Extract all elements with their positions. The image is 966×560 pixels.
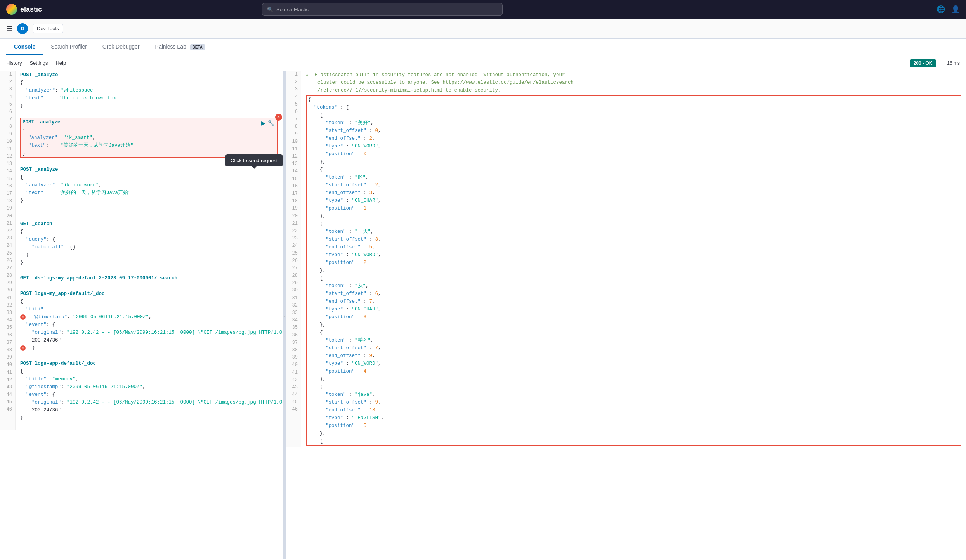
output-content[interactable]: 123 45678910 11121314151617181920 212223… bbox=[286, 71, 966, 559]
tab-grok-debugger[interactable]: Grok Debugger bbox=[95, 39, 147, 55]
main-content: Click to send request 12345 678910 11121… bbox=[0, 71, 966, 559]
code-line: "original": "192.0.2.42 - - [06/May/2099… bbox=[20, 329, 278, 336]
error-icon: ✕ bbox=[20, 345, 26, 351]
code-line: "title": "memory", bbox=[20, 375, 278, 383]
tab-console[interactable]: Console bbox=[6, 39, 43, 55]
elastic-logo-text: elastic bbox=[20, 5, 42, 14]
code-line bbox=[20, 267, 278, 274]
output-line: "type" : " ENGLISH", bbox=[308, 414, 959, 422]
code-line: POST _analyze bbox=[23, 118, 276, 126]
code-line: ✕ "@timestamp": "2099-05-06T16:21:15.000… bbox=[20, 313, 278, 321]
output-body: #! Elasticsearch built-in security featu… bbox=[301, 71, 966, 447]
output-line: { bbox=[308, 220, 959, 228]
code-line: POST logs-my_app-default/_doc bbox=[20, 290, 278, 298]
code-line: { bbox=[20, 228, 278, 236]
code-line: { bbox=[20, 368, 278, 375]
code-line: "analyzer": "whitespace", bbox=[20, 87, 278, 94]
code-line: "event": { bbox=[20, 391, 278, 399]
help-button[interactable]: Help bbox=[55, 60, 66, 66]
output-line: /reference/7.17/security-minimal-setup.h… bbox=[306, 87, 961, 94]
breadcrumb-tag[interactable]: Dev Tools bbox=[33, 24, 63, 33]
code-line: 200 24736" bbox=[20, 406, 278, 414]
output-line: { bbox=[308, 111, 959, 119]
output-line: { bbox=[308, 383, 959, 391]
global-search-bar[interactable]: 🔍 Search Elastic bbox=[262, 3, 503, 16]
output-line: "end_offset" : 3, bbox=[308, 189, 959, 197]
code-line: GET .ds-logs-my_app-default2-2023.09.17-… bbox=[20, 274, 278, 282]
output-line: "end_offset" : 5, bbox=[308, 243, 959, 251]
wrench-button[interactable]: 🔧 bbox=[268, 120, 274, 126]
output-selected-block: { "tokens" : [ { "token" : "美好", "start_… bbox=[306, 95, 961, 446]
code-line bbox=[20, 352, 278, 360]
settings-button[interactable]: Settings bbox=[29, 60, 48, 66]
code-line: { bbox=[20, 298, 278, 305]
code-line: { bbox=[23, 126, 276, 134]
code-line: "text": "The quick brown fox." bbox=[20, 94, 278, 102]
code-line: GET _search bbox=[20, 220, 278, 228]
output-line: "type" : "CN_WORD", bbox=[308, 251, 959, 259]
output-line: }, bbox=[308, 430, 959, 437]
code-line: "original": "192.0.2.42 - - [06/May/2099… bbox=[20, 399, 278, 406]
output-line: { bbox=[308, 166, 959, 173]
code-line: "event": { bbox=[20, 321, 278, 329]
header-bar: ☰ D Dev Tools bbox=[0, 19, 966, 39]
code-body[interactable]: POST _analyze { "analyzer": "whitespace"… bbox=[16, 71, 283, 430]
output-line: "token" : "学习", bbox=[308, 336, 959, 344]
send-tooltip: Click to send request bbox=[225, 154, 283, 166]
output-line: "token" : "java", bbox=[308, 391, 959, 399]
code-line: POST logs-app-default/_doc bbox=[20, 360, 278, 368]
tab-painless-lab[interactable]: Painless Lab BETA bbox=[147, 39, 213, 55]
code-line: POST _analyze bbox=[20, 71, 278, 79]
output-line: }, bbox=[308, 321, 959, 329]
toolbar: History Settings Help 200 - OK 16 ms bbox=[0, 55, 966, 71]
output-line: { bbox=[308, 274, 959, 282]
output-line: "type" : "CN_CHAR", bbox=[308, 305, 959, 313]
output-line: "end_offset" : 9, bbox=[308, 352, 959, 360]
help-globe-icon[interactable]: 🌐 bbox=[937, 5, 945, 14]
close-block-button[interactable]: ✕ bbox=[275, 114, 282, 121]
output-line: "position" : 5 bbox=[308, 422, 959, 430]
code-line: "analyzer": "ik_smart", bbox=[23, 134, 276, 142]
output-line: "start_offset" : 2, bbox=[308, 181, 959, 189]
output-line: }, bbox=[308, 158, 959, 166]
output-line: "token" : "美好", bbox=[308, 119, 959, 127]
user-menu-icon[interactable]: 👤 bbox=[951, 5, 960, 14]
code-line: "titi" bbox=[20, 305, 278, 313]
tab-search-profiler[interactable]: Search Profiler bbox=[43, 39, 95, 55]
output-line: }, bbox=[308, 375, 959, 383]
output-line: "position" : 2 bbox=[308, 259, 959, 267]
code-line: } bbox=[20, 259, 278, 267]
editor-pane: Click to send request 12345 678910 11121… bbox=[0, 71, 283, 559]
output-line-numbers: 123 45678910 11121314151617181920 212223… bbox=[286, 71, 301, 447]
output-line: "token" : "从", bbox=[308, 282, 959, 290]
block-actions: ▶ 🔧 bbox=[261, 120, 274, 126]
output-line: "position" : 1 bbox=[308, 205, 959, 212]
elastic-logo[interactable]: elastic bbox=[6, 4, 42, 15]
run-button[interactable]: ▶ bbox=[261, 120, 265, 126]
code-line: "match_all": {} bbox=[20, 243, 278, 251]
code-line: } bbox=[20, 197, 278, 205]
output-line: "start_offset" : 3, bbox=[308, 236, 959, 243]
beta-badge: BETA bbox=[190, 44, 205, 50]
output-code-area: 123 45678910 11121314151617181920 212223… bbox=[286, 71, 966, 447]
output-pane: 123 45678910 11121314151617181920 212223… bbox=[286, 71, 966, 559]
tab-bar: Console Search Profiler Grok Debugger Pa… bbox=[0, 39, 966, 55]
editor-content[interactable]: 12345 678910 1112131415 1617181920 21222… bbox=[0, 71, 283, 559]
search-placeholder: Search Elastic bbox=[276, 7, 309, 12]
output-line: "start_offset" : 0, bbox=[308, 127, 959, 135]
elastic-logo-icon bbox=[6, 4, 17, 15]
code-line: 200 24736" bbox=[20, 336, 278, 344]
output-line: "token" : "一天", bbox=[308, 228, 959, 236]
output-line: "position" : 0 bbox=[308, 150, 959, 158]
code-line: } bbox=[20, 251, 278, 259]
output-line: }, bbox=[308, 267, 959, 274]
output-line: { bbox=[308, 437, 959, 445]
history-button[interactable]: History bbox=[6, 60, 22, 66]
output-line: "tokens" : [ bbox=[308, 104, 959, 111]
time-badge: 16 ms bbox=[947, 61, 960, 66]
hamburger-menu[interactable]: ☰ bbox=[6, 24, 12, 33]
code-line bbox=[20, 282, 278, 290]
code-line: POST _analyze bbox=[20, 166, 278, 173]
top-nav: elastic 🔍 Search Elastic 🌐 👤 bbox=[0, 0, 966, 19]
code-area: 12345 678910 1112131415 1617181920 21222… bbox=[0, 71, 283, 430]
